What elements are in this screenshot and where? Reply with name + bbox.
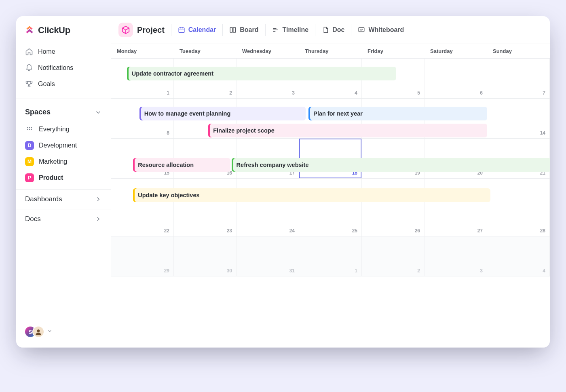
nav-label: Notifications bbox=[38, 64, 73, 72]
board-icon bbox=[229, 26, 237, 34]
nav-label: Goals bbox=[38, 80, 55, 88]
calendar-cell[interactable]: 14 bbox=[487, 99, 550, 138]
calendar-event[interactable]: Update key objectives bbox=[133, 188, 490, 202]
app-window: ClickUp Home Notifications Goals bbox=[16, 16, 550, 348]
date-number: 1 bbox=[355, 268, 357, 274]
calendar-cell[interactable]: 3 bbox=[424, 236, 487, 276]
calendar-cell[interactable]: 29 bbox=[111, 236, 174, 276]
svg-point-3 bbox=[27, 129, 28, 130]
clickup-logo-icon bbox=[24, 25, 35, 36]
calendar-cell[interactable]: 26 bbox=[362, 179, 424, 236]
date-number: 4 bbox=[543, 268, 545, 274]
calendar-cell[interactable]: 27 bbox=[424, 179, 487, 236]
svg-point-0 bbox=[27, 127, 28, 128]
weekday-header: Tuesday bbox=[174, 44, 237, 59]
date-number: 14 bbox=[540, 130, 545, 136]
date-number: 22 bbox=[164, 228, 169, 234]
sidebar-item-docs[interactable]: Docs bbox=[16, 209, 111, 229]
tab-calendar[interactable]: Calendar bbox=[171, 24, 222, 36]
svg-point-5 bbox=[31, 129, 32, 130]
date-number: 4 bbox=[355, 90, 357, 96]
weekday-header: Monday bbox=[111, 44, 174, 59]
calendar-cell[interactable]: 6 bbox=[424, 59, 487, 98]
date-number: 5 bbox=[417, 90, 420, 96]
space-badge: D bbox=[25, 141, 34, 150]
logo[interactable]: ClickUp bbox=[16, 23, 111, 41]
date-number: 29 bbox=[164, 268, 169, 274]
nav-label: Home bbox=[38, 48, 55, 55]
docs-label: Docs bbox=[25, 215, 41, 223]
sidebar-space-development[interactable]: DDevelopment bbox=[16, 137, 111, 154]
weekday-header: Sunday bbox=[487, 44, 550, 59]
space-badge: M bbox=[25, 157, 34, 166]
svg-point-4 bbox=[29, 129, 30, 130]
sidebar-item-everything[interactable]: Everything bbox=[16, 121, 111, 137]
calendar-cell[interactable]: 2 bbox=[362, 236, 424, 276]
timeline-icon bbox=[272, 26, 279, 34]
calendar-event[interactable]: How to manage event planning bbox=[139, 107, 306, 120]
calendar-cell[interactable]: 24 bbox=[237, 179, 299, 236]
date-number: 25 bbox=[352, 228, 357, 234]
divider bbox=[16, 99, 111, 99]
calendar-row: 15161718192021Resource allocationRefresh… bbox=[111, 139, 550, 179]
chevron-right-icon bbox=[95, 215, 102, 223]
primary-nav: Home Notifications Goals bbox=[16, 41, 111, 95]
main-area: Project CalendarBoardTimelineDocWhiteboa… bbox=[111, 16, 550, 348]
sidebar-item-dashboards[interactable]: Dashboards bbox=[16, 189, 111, 209]
tab-whiteboard[interactable]: Whiteboard bbox=[351, 24, 410, 36]
view-tabs: CalendarBoardTimelineDocWhiteboard bbox=[171, 24, 411, 36]
user-footer[interactable]: S bbox=[16, 322, 111, 342]
space-label: Marketing bbox=[39, 158, 67, 165]
nav-home[interactable]: Home bbox=[19, 44, 108, 60]
dashboards-label: Dashboards bbox=[25, 195, 62, 203]
space-label: Product bbox=[39, 174, 63, 181]
avatar[interactable] bbox=[32, 326, 44, 338]
spaces-header[interactable]: Spaces bbox=[16, 103, 111, 121]
tab-board[interactable]: Board bbox=[222, 24, 265, 36]
space-label: Development bbox=[39, 142, 77, 149]
project-chip[interactable]: Project bbox=[118, 23, 165, 37]
date-number: 3 bbox=[292, 90, 295, 96]
date-number: 27 bbox=[477, 228, 483, 234]
tab-timeline[interactable]: Timeline bbox=[265, 24, 315, 36]
calendar-row: 891011121314How to manage event planning… bbox=[111, 99, 550, 139]
svg-point-2 bbox=[31, 127, 32, 128]
calendar-event[interactable]: Refresh company website bbox=[232, 158, 550, 172]
date-number: 2 bbox=[229, 90, 232, 96]
calendar-cell[interactable]: 28 bbox=[487, 179, 550, 236]
nav-notifications[interactable]: Notifications bbox=[19, 60, 108, 76]
calendar-cell[interactable]: 23 bbox=[174, 179, 237, 236]
calendar-event[interactable]: Finalize project scope bbox=[208, 124, 487, 137]
date-number: 1 bbox=[167, 90, 169, 96]
nav-goals[interactable]: Goals bbox=[19, 76, 108, 92]
sidebar-space-product[interactable]: PProduct bbox=[16, 170, 111, 186]
calendar-cell[interactable]: 31 bbox=[237, 236, 299, 276]
date-number: 31 bbox=[289, 268, 295, 274]
calendar-event[interactable]: Update contractor agreement bbox=[127, 67, 397, 80]
whiteboard-icon bbox=[358, 26, 365, 34]
event-label: Update contractor agreement bbox=[132, 70, 213, 77]
calendar-cell[interactable]: 4 bbox=[487, 236, 550, 276]
svg-point-6 bbox=[37, 329, 40, 332]
date-number: 6 bbox=[480, 90, 483, 96]
sidebar: ClickUp Home Notifications Goals bbox=[16, 16, 111, 348]
tab-label: Timeline bbox=[283, 26, 309, 34]
event-label: How to manage event planning bbox=[144, 110, 231, 117]
calendar-row: 2930311234 bbox=[111, 236, 550, 276]
event-label: Finalize project scope bbox=[213, 127, 275, 134]
calendar-cell[interactable]: 22 bbox=[111, 179, 174, 236]
svg-rect-9 bbox=[233, 27, 236, 32]
calendar-event[interactable]: Resource allocation bbox=[133, 158, 230, 172]
calendar-cell[interactable]: 25 bbox=[299, 179, 362, 236]
calendar-event[interactable]: Plan for next year bbox=[308, 107, 487, 120]
event-label: Update key objectives bbox=[138, 192, 199, 198]
calendar-cell[interactable]: 30 bbox=[174, 236, 237, 276]
sidebar-space-marketing[interactable]: MMarketing bbox=[16, 154, 111, 170]
everything-label: Everything bbox=[39, 126, 70, 133]
calendar-cell[interactable]: 1 bbox=[299, 236, 362, 276]
topbar: Project CalendarBoardTimelineDocWhiteboa… bbox=[111, 16, 550, 44]
tab-doc[interactable]: Doc bbox=[315, 24, 351, 36]
chevron-down-icon[interactable] bbox=[47, 328, 54, 335]
tab-label: Board bbox=[240, 26, 258, 34]
calendar-cell[interactable]: 7 bbox=[487, 59, 550, 98]
